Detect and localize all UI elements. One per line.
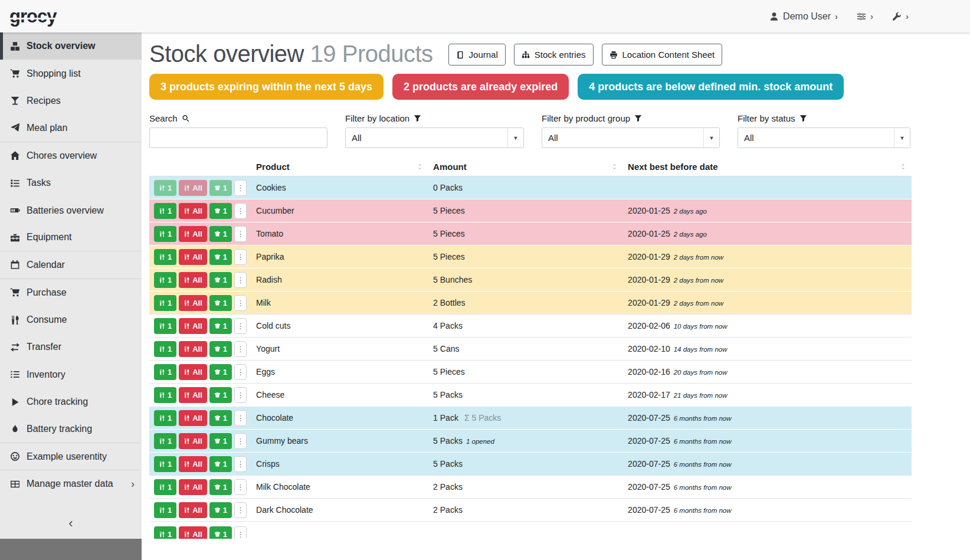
product-name[interactable]: Tomato xyxy=(251,222,428,245)
row-menu-button[interactable]: ⋮ xyxy=(234,433,247,449)
product-name[interactable]: Gummy bears xyxy=(251,430,428,453)
row-menu-button[interactable]: ⋮ xyxy=(234,272,247,288)
open-one-button[interactable]: 1 xyxy=(209,226,232,242)
consume-one-button[interactable]: 1 xyxy=(154,364,176,380)
consume-all-button[interactable]: All xyxy=(179,249,207,265)
consume-one-button[interactable]: 1 xyxy=(154,295,176,311)
consume-all-button[interactable]: All xyxy=(179,272,207,288)
product-name[interactable]: Crisps xyxy=(251,453,428,476)
sidebar-item-example-userentity[interactable]: Example userentity xyxy=(0,443,142,470)
app-logo[interactable]: grocy xyxy=(9,6,56,27)
admin-menu[interactable]: › xyxy=(892,12,909,21)
row-menu-button[interactable]: ⋮ xyxy=(234,479,247,495)
sidebar-collapse-button[interactable]: ‹ xyxy=(0,508,142,539)
consume-one-button[interactable]: 1 xyxy=(154,410,176,426)
consume-all-button[interactable]: All xyxy=(179,410,207,426)
consume-one-button[interactable]: 1 xyxy=(154,456,176,472)
consume-one-button[interactable]: 1 xyxy=(154,180,176,196)
row-menu-button[interactable]: ⋮ xyxy=(234,249,247,265)
journal-button[interactable]: Journal xyxy=(448,44,506,66)
open-one-button[interactable]: 1 xyxy=(209,456,232,472)
consume-all-button[interactable]: All xyxy=(179,203,207,219)
open-one-button[interactable]: 1 xyxy=(209,387,232,403)
product-name[interactable]: Eggs xyxy=(251,361,428,384)
row-menu-button[interactable]: ⋮ xyxy=(234,295,247,311)
sidebar-item-meal-plan[interactable]: Meal plan xyxy=(0,114,142,142)
open-one-button[interactable]: 1 xyxy=(209,318,232,334)
sidebar-item-inventory[interactable]: Inventory xyxy=(0,361,142,388)
filter-by-status-select[interactable]: All▼ xyxy=(738,127,910,148)
sidebar-item-recipes[interactable]: Recipes xyxy=(0,87,142,114)
stock-alert[interactable]: 4 products are below defined min. stock … xyxy=(578,74,844,100)
row-menu-button[interactable]: ⋮ xyxy=(234,456,247,472)
consume-all-button[interactable]: All xyxy=(179,318,207,334)
product-name[interactable]: Milk Chocolate xyxy=(251,476,428,499)
sidebar-item-purchase[interactable]: Purchase xyxy=(0,279,142,306)
row-menu-button[interactable]: ⋮ xyxy=(234,341,247,357)
consume-one-button[interactable]: 1 xyxy=(154,526,176,539)
product-name[interactable]: Radish xyxy=(251,268,428,292)
consume-one-button[interactable]: 1 xyxy=(154,341,176,357)
consume-one-button[interactable]: 1 xyxy=(154,249,176,265)
column-header-product[interactable]: Product xyxy=(251,158,428,176)
stock-alert[interactable]: 3 products expiring within the next 5 da… xyxy=(149,74,384,100)
consume-one-button[interactable]: 1 xyxy=(154,272,176,288)
consume-all-button[interactable]: All xyxy=(179,479,207,495)
open-one-button[interactable]: 1 xyxy=(209,410,232,426)
open-one-button[interactable]: 1 xyxy=(209,272,232,288)
open-one-button[interactable]: 1 xyxy=(209,180,232,196)
open-one-button[interactable]: 1 xyxy=(209,433,232,449)
settings-menu[interactable]: › xyxy=(857,12,873,21)
open-one-button[interactable]: 1 xyxy=(209,526,232,539)
consume-all-button[interactable]: All xyxy=(179,387,207,403)
sidebar-item-equipment[interactable]: Equipment xyxy=(0,224,142,251)
row-menu-button[interactable]: ⋮ xyxy=(234,502,247,518)
sidebar-item-transfer[interactable]: Transfer xyxy=(0,333,142,361)
consume-all-button[interactable]: All xyxy=(179,180,207,196)
row-menu-button[interactable]: ⋮ xyxy=(234,410,247,426)
sidebar-item-chore-tracking[interactable]: Chore tracking xyxy=(0,388,142,415)
sidebar-item-manage-master-data[interactable]: Manage master data› xyxy=(0,470,142,497)
row-menu-button[interactable]: ⋮ xyxy=(234,318,247,334)
consume-one-button[interactable]: 1 xyxy=(154,387,176,403)
row-menu-button[interactable]: ⋮ xyxy=(234,180,247,196)
product-name[interactable]: Chocolate xyxy=(251,407,428,430)
open-one-button[interactable]: 1 xyxy=(209,502,232,518)
sidebar-item-consume[interactable]: Consume xyxy=(0,306,142,333)
sort-icon[interactable] xyxy=(416,163,424,171)
product-name[interactable]: Cucumber xyxy=(251,199,428,222)
location-content-sheet-button[interactable]: Location Content Sheet xyxy=(602,44,723,66)
consume-all-button[interactable]: All xyxy=(179,433,207,449)
consume-one-button[interactable]: 1 xyxy=(154,479,176,495)
filter-by-product-group-select[interactable]: All▼ xyxy=(542,127,720,148)
user-menu[interactable]: Demo User › xyxy=(769,11,838,22)
sidebar-item-chores-overview[interactable]: Chores overview xyxy=(0,142,142,169)
row-menu-button[interactable]: ⋮ xyxy=(234,364,247,380)
product-name[interactable]: Paprika xyxy=(251,245,428,268)
search-input[interactable] xyxy=(149,127,327,148)
stock-entries-button[interactable]: Stock entries xyxy=(514,44,594,66)
open-one-button[interactable]: 1 xyxy=(209,341,232,357)
column-header-amount[interactable]: Amount xyxy=(428,158,623,176)
row-menu-button[interactable]: ⋮ xyxy=(234,387,247,403)
stock-alert[interactable]: 2 products are already expired xyxy=(392,74,569,100)
product-name[interactable]: Cheese xyxy=(251,384,428,407)
consume-one-button[interactable]: 1 xyxy=(154,203,176,219)
filter-by-location-select[interactable]: All▼ xyxy=(345,127,524,148)
consume-all-button[interactable]: All xyxy=(179,295,207,311)
sidebar-item-battery-tracking[interactable]: Battery tracking xyxy=(0,415,142,443)
sort-icon[interactable] xyxy=(611,163,618,171)
open-one-button[interactable]: 1 xyxy=(209,203,232,219)
open-one-button[interactable]: 1 xyxy=(209,249,232,265)
column-header-next-best-before-date[interactable]: Next best before date xyxy=(623,158,912,176)
sidebar-item-shopping-list[interactable]: Shopping list xyxy=(0,60,142,87)
consume-all-button[interactable]: All xyxy=(179,364,207,380)
consume-all-button[interactable]: All xyxy=(179,456,207,472)
row-menu-button[interactable]: ⋮ xyxy=(234,526,247,539)
sidebar-item-calendar[interactable]: Calendar xyxy=(0,251,142,279)
consume-all-button[interactable]: All xyxy=(179,226,207,242)
row-menu-button[interactable]: ⋮ xyxy=(234,226,247,242)
product-name[interactable]: Cookies xyxy=(251,176,428,199)
sort-icon[interactable] xyxy=(899,163,907,171)
consume-one-button[interactable]: 1 xyxy=(154,226,176,242)
